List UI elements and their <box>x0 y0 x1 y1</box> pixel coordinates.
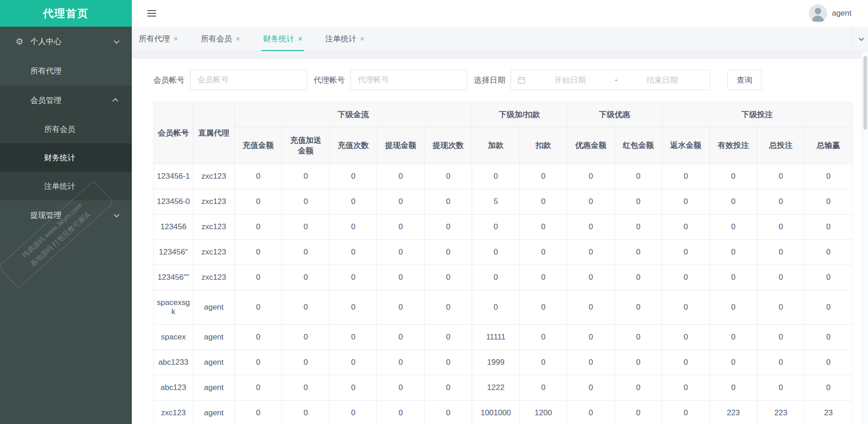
column-header: 充值次数 <box>329 127 377 164</box>
table-cell: 0 <box>710 290 757 325</box>
table-cell: 0 <box>567 325 614 350</box>
table-cell: 0 <box>472 265 519 290</box>
tab-bet-stats[interactable]: 注单统计 × <box>325 27 364 51</box>
table-cell: 0 <box>567 164 614 189</box>
table-cell: 0 <box>710 164 757 189</box>
table-cell: 0 <box>329 240 377 265</box>
search-button[interactable]: 查询 <box>727 70 761 90</box>
table-cell: 0 <box>329 265 377 290</box>
close-icon[interactable]: × <box>174 35 178 43</box>
table-cell: 1001000 <box>472 401 519 424</box>
table-cell: 0 <box>805 290 852 325</box>
date-separator: - <box>615 75 618 85</box>
tab-overflow-button[interactable] <box>852 27 868 51</box>
sidebar-item-all-agents[interactable]: 所有代理 <box>0 56 132 85</box>
table-row: 123456"zxc1230000000000000 <box>154 240 852 265</box>
table-cell: 0 <box>282 401 329 424</box>
member-account-cell: 123456 <box>154 215 193 240</box>
table-cell: 0 <box>614 375 662 401</box>
table-cell: 0 <box>662 290 710 325</box>
hamburger-menu-icon[interactable] <box>146 7 158 19</box>
table-cell: 0 <box>519 215 567 240</box>
column-group-header: 下级加/扣款 <box>472 102 567 127</box>
sidebar-item-withdraw-management[interactable]: 提现管理 <box>0 200 132 230</box>
table-cell: 0 <box>757 375 804 401</box>
date-end-placeholder[interactable]: 结束日期 <box>621 75 703 85</box>
close-icon[interactable]: × <box>360 35 364 43</box>
column-group-header: 下级优惠 <box>567 102 662 127</box>
column-header: 直属代理 <box>193 102 235 164</box>
table-cell: 0 <box>614 350 662 375</box>
sidebar-item-all-members[interactable]: 所有会员 <box>0 115 132 143</box>
tab-all-members[interactable]: 所有会员 × <box>201 27 240 51</box>
sidebar-item-finance-stats[interactable]: 财务统计 <box>0 143 132 172</box>
table-cell: 0 <box>282 290 329 325</box>
table-cell: 0 <box>282 265 329 290</box>
agent-account-input[interactable] <box>350 70 468 90</box>
date-start-placeholder[interactable]: 开始日期 <box>529 75 611 85</box>
column-header: 加款 <box>472 127 519 164</box>
member-account-input[interactable] <box>190 70 307 90</box>
table-cell: 0 <box>710 265 757 290</box>
column-header: 优惠金额 <box>567 127 614 164</box>
table-head: 会员帐号直属代理下级金流下级加/扣款下级优惠下级投注充值金额充值加送金额充值次数… <box>154 102 852 164</box>
table-cell: 0 <box>377 290 424 325</box>
finance-stats-panel: 会员帐号 代理帐号 选择日期 <box>132 59 862 424</box>
table-cell: 0 <box>567 290 614 325</box>
table-cell: 0 <box>710 215 757 240</box>
table-cell: 0 <box>235 164 282 189</box>
table-cell: 0 <box>805 265 852 290</box>
table-cell: 0 <box>329 215 377 240</box>
date-range-picker[interactable]: 开始日期 - 结束日期 <box>511 70 710 90</box>
table-cell: 0 <box>567 375 614 401</box>
table-cell: 0 <box>567 240 614 265</box>
table-cell: 0 <box>614 290 662 325</box>
direct-agent-cell: agent <box>193 401 235 424</box>
table-row: 123456-0zxc1230000050000000 <box>154 189 852 215</box>
sidebar-nav: ⚙ 个人中心 所有代理 会员管理 所有会员 财务统计 注单统计 提现管理 <box>0 27 132 230</box>
table-cell: 0 <box>519 164 567 189</box>
sidebar-item-personal-center[interactable]: ⚙ 个人中心 <box>0 27 132 56</box>
stats-table: 会员帐号直属代理下级金流下级加/扣款下级优惠下级投注充值金额充值加送金额充值次数… <box>153 102 852 424</box>
member-account-cell: 123456-0 <box>154 189 193 215</box>
table-cell: 0 <box>235 325 282 350</box>
table-cell: 0 <box>614 401 662 424</box>
table-cell: 0 <box>235 189 282 215</box>
sidebar-item-member-management[interactable]: 会员管理 <box>0 85 132 115</box>
tab-finance-stats[interactable]: 财务统计 × <box>263 27 302 51</box>
table-cell: 0 <box>757 164 804 189</box>
table-cell: 5 <box>472 189 519 215</box>
table-cell: 0 <box>710 189 757 215</box>
table-cell: 0 <box>805 375 852 401</box>
close-icon[interactable]: × <box>236 35 240 43</box>
sidebar-item-bet-stats[interactable]: 注单统计 <box>0 172 132 200</box>
column-header: 红包金额 <box>614 127 662 164</box>
table-cell: 0 <box>424 240 472 265</box>
gear-icon: ⚙ <box>16 37 26 46</box>
table-cell: 0 <box>329 325 377 350</box>
table-cell: 0 <box>235 290 282 325</box>
direct-agent-cell: agent <box>193 325 235 350</box>
table-cell: 0 <box>377 189 424 215</box>
sidebar-item-label: 个人中心 <box>30 36 114 47</box>
tab-label: 所有会员 <box>201 34 232 44</box>
avatar[interactable] <box>809 4 827 23</box>
table-cell: 0 <box>662 375 710 401</box>
close-icon[interactable]: × <box>298 35 302 43</box>
table-cell: 0 <box>329 290 377 325</box>
tab-all-agents[interactable]: 所有代理 × <box>139 27 178 51</box>
table-cell: 0 <box>567 215 614 240</box>
member-account-cell: spacexsgk <box>154 290 193 325</box>
calendar-icon <box>518 76 525 84</box>
table-cell: 0 <box>567 265 614 290</box>
scrollbar[interactable] <box>862 51 868 424</box>
table-row: 123456-1zxc1230000000000000 <box>154 164 852 189</box>
column-header: 返水金额 <box>662 127 710 164</box>
table-cell: 0 <box>424 325 472 350</box>
date-select-label: 选择日期 <box>474 75 505 85</box>
table-body: 123456-1zxc1230000000000000123456-0zxc12… <box>154 164 852 424</box>
scrollbar-thumb[interactable] <box>863 56 867 130</box>
member-account-cell: 123456-1 <box>154 164 193 189</box>
table-cell: 223 <box>757 401 804 424</box>
table-cell: 0 <box>282 375 329 401</box>
